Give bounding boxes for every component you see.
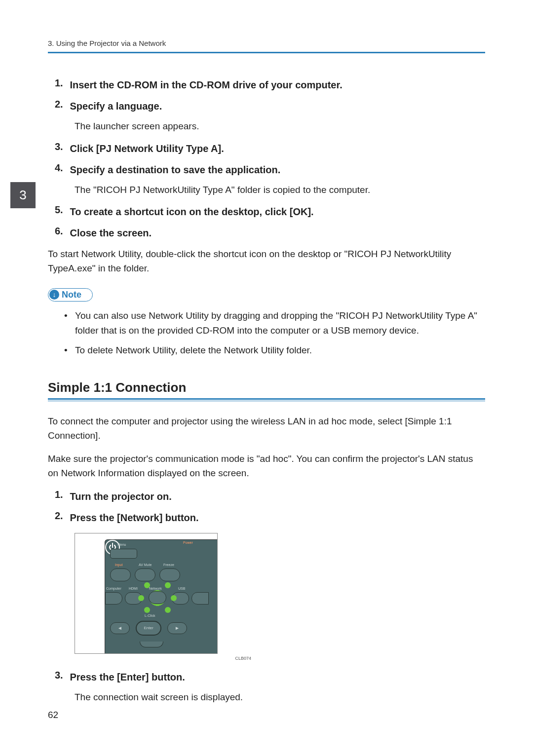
step-2: 2. Specify a language. The launcher scre…	[48, 99, 485, 134]
step-number: 3.	[48, 670, 68, 681]
power-label: Power	[183, 541, 193, 544]
step-number: 1.	[48, 77, 68, 89]
input-label: Input	[115, 563, 123, 567]
remote-illustration: Menu Power ⏻ Input AV Mute Freeze Comput…	[75, 533, 218, 654]
breadcrumb: 3. Using the Projector via a Network	[48, 39, 485, 47]
step-c1: 3. Press the [Enter] button. The connect…	[48, 670, 485, 705]
bullet-icon: •	[64, 343, 75, 358]
figure-caption: CLB074	[75, 656, 251, 661]
left-arrow-button-icon: ◄	[110, 622, 130, 634]
page-content: 1. Insert the CD-ROM in the CD-ROM drive…	[48, 77, 485, 712]
note-label: Note	[62, 290, 81, 300]
lclick-label: L-Click	[145, 614, 155, 617]
bullet-icon: •	[64, 308, 75, 338]
section-para-1: To connect the computer and projector us…	[48, 414, 485, 443]
note-text: You can also use Network Utility by drag…	[75, 308, 485, 338]
computer-label: Computer	[106, 587, 121, 590]
note-item-1: • You can also use Network Utility by dr…	[64, 308, 485, 338]
computer-button-icon	[105, 592, 122, 605]
body-paragraph: To start Network Utility, double-click t…	[48, 247, 485, 276]
step-number: 3.	[48, 141, 68, 152]
step-b2: 2. Press the [Network] button.	[48, 510, 485, 525]
freeze-label: Freeze	[163, 563, 174, 567]
step-number: 4.	[48, 162, 68, 174]
avmute-label: AV Mute	[139, 563, 152, 567]
step-number: 1.	[48, 489, 68, 500]
usb-label: USB	[178, 587, 185, 590]
down-arrow-icon: ↓	[49, 290, 59, 300]
note-badge: ↓ Note	[48, 288, 93, 302]
step-number: 2.	[48, 99, 68, 110]
step-text: Specify a destination to save the applic…	[70, 162, 482, 177]
network-button-highlight-icon	[140, 584, 175, 612]
note-text: To delete Network Utility, delete the Ne…	[75, 343, 312, 358]
remote-figure: Menu Power ⏻ Input AV Mute Freeze Comput…	[75, 533, 485, 654]
page-number: 62	[48, 710, 58, 720]
step-text: Click [PJ Network Utility Type A].	[70, 141, 482, 156]
menu-label: Menu	[117, 543, 126, 546]
step-6: 6. Close the screen.	[48, 226, 485, 240]
section-divider	[48, 398, 485, 401]
step-number: 2.	[48, 510, 68, 522]
step-3: 3. Click [PJ Network Utility Type A].	[48, 141, 485, 156]
right-arrow-button-icon: ►	[167, 622, 187, 634]
input-button-icon	[110, 568, 131, 581]
step-number: 6.	[48, 226, 68, 237]
step-1: 1. Insert the CD-ROM in the CD-ROM drive…	[48, 77, 485, 92]
step-text: Close the screen.	[70, 226, 482, 240]
step-desc: The connection wait screen is displayed.	[75, 690, 485, 705]
step-number: 5.	[48, 204, 68, 216]
step-text: Press the [Enter] button.	[70, 670, 482, 684]
section-heading: Simple 1:1 Connection	[48, 380, 485, 395]
step-5: 5. To create a shortcut icon on the desk…	[48, 204, 485, 219]
step-text: Press the [Network] button.	[70, 510, 482, 525]
menu-button-icon	[110, 549, 137, 559]
avmute-button-icon	[135, 568, 155, 581]
bottom-curve-icon	[140, 642, 163, 647]
hdmi-label: HDMI	[129, 587, 138, 590]
freeze-button-icon	[159, 568, 180, 581]
note-item-2: • To delete Network Utility, delete the …	[64, 343, 485, 358]
enter-button-icon: Enter	[136, 621, 161, 636]
section-para-2: Make sure the projector's communication …	[48, 452, 485, 481]
chapter-tab: 3	[10, 182, 36, 208]
step-b1: 1. Turn the projector on.	[48, 489, 485, 504]
step-text: To create a shortcut icon on the desktop…	[70, 204, 482, 219]
step-desc: The launcher screen appears.	[75, 119, 485, 134]
header-divider	[48, 52, 485, 53]
step-text: Specify a language.	[70, 99, 482, 113]
step-desc: The "RICOH PJ NetworkUtility Type A" fol…	[75, 183, 485, 197]
step-text: Insert the CD-ROM in the CD-ROM drive of…	[70, 77, 482, 92]
step-text: Turn the projector on.	[70, 489, 482, 504]
page-header: 3. Using the Projector via a Network	[48, 39, 485, 53]
right-edge-button-icon	[191, 592, 209, 605]
step-4: 4. Specify a destination to save the app…	[48, 162, 485, 197]
